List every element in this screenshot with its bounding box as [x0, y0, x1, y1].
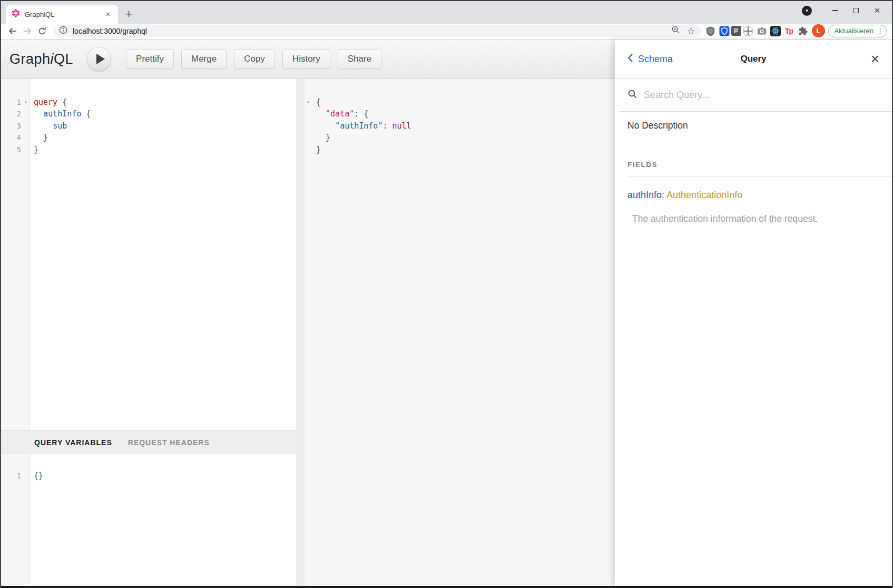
- code-line: ▾{: [305, 96, 615, 108]
- doc-search-row: [619, 79, 892, 112]
- code-line[interactable]: 3 sub: [1, 120, 296, 132]
- doc-back-link[interactable]: Schema: [627, 53, 673, 65]
- code-text: }: [312, 132, 330, 143]
- play-icon: [96, 54, 105, 64]
- adblock-shield-icon[interactable]: [704, 25, 718, 37]
- code-text: query {: [31, 96, 67, 108]
- tab-title: GraphiQL: [20, 11, 103, 18]
- query-editor[interactable]: 1▾query {2 authInfo {3 sub4 }5}: [1, 79, 296, 430]
- doc-back-label: Schema: [638, 54, 673, 65]
- page-info-icon[interactable]: [59, 26, 67, 36]
- variables-code[interactable]: 1{}: [1, 454, 296, 482]
- window-controls: ▾ ×: [802, 5, 888, 16]
- code-line: }: [305, 132, 615, 143]
- back-button[interactable]: [5, 25, 20, 37]
- toolbar-buttons: Prettify Merge Copy History Share: [126, 50, 381, 69]
- fold-gutter: [21, 120, 31, 132]
- close-window-button[interactable]: ×: [867, 5, 888, 16]
- query-code[interactable]: 1▾query {2 authInfo {3 sub4 }5}: [1, 79, 296, 155]
- omnibox[interactable]: localhost:3000/graphql ☆: [54, 25, 701, 37]
- fold-gutter: [305, 108, 312, 120]
- browser-tab[interactable]: GraphiQL ×: [6, 5, 118, 24]
- tampermonkey-icon[interactable]: Tp: [782, 25, 796, 37]
- minimize-icon: [832, 10, 838, 11]
- tab-search-button[interactable]: ▾: [802, 6, 812, 16]
- code-line[interactable]: 1▾query {: [1, 96, 296, 108]
- tab-close-icon[interactable]: ×: [103, 9, 113, 19]
- url-text[interactable]: localhost:3000/graphql: [73, 27, 147, 35]
- variables-editor[interactable]: 1{}: [1, 454, 296, 586]
- update-label: Aktualisieren: [835, 27, 874, 35]
- address-bar: localhost:3000/graphql ☆ P: [1, 24, 892, 40]
- graphiql-app: GraphiQL Prettify Merge Copy History Sha…: [1, 40, 892, 586]
- code-text: }: [31, 132, 48, 143]
- code-line[interactable]: 2 authInfo {: [1, 108, 296, 120]
- code-text: {: [312, 96, 321, 108]
- field-description: The authentication information of the re…: [627, 213, 879, 224]
- fold-arrow-icon[interactable]: ▾: [305, 96, 312, 108]
- line-number: 2: [1, 108, 21, 120]
- minimize-button[interactable]: [825, 5, 846, 16]
- code-line[interactable]: 4 }: [1, 132, 296, 143]
- share-button[interactable]: Share: [338, 50, 381, 69]
- taskbar-edge: [1, 586, 892, 588]
- new-tab-button[interactable]: +: [125, 9, 132, 19]
- bookmark-star-icon[interactable]: ☆: [686, 26, 695, 36]
- code-text: }: [31, 144, 38, 155]
- graphiql-logo: GraphiQL: [9, 51, 73, 67]
- history-button[interactable]: History: [282, 50, 330, 69]
- browser-window: GraphiQL × + ▾ × localhost:3000/graphql: [0, 0, 893, 588]
- bitwarden-icon[interactable]: [718, 25, 731, 37]
- graphql-favicon-icon: [12, 9, 20, 19]
- line-number: 1: [1, 470, 21, 482]
- profile-avatar[interactable]: L: [812, 24, 825, 37]
- maximize-button[interactable]: [846, 5, 867, 16]
- field-name-link[interactable]: authInfo: [627, 190, 662, 200]
- fold-gutter: [305, 144, 312, 155]
- field-row: authInfo: AuthenticationInfo: [627, 190, 879, 201]
- zoom-page-icon[interactable]: [671, 25, 680, 36]
- tab-request-headers[interactable]: REQUEST HEADERS: [128, 438, 210, 447]
- graphiql-toolbar: GraphiQL Prettify Merge Copy History Sha…: [1, 40, 615, 79]
- doc-content: No Description FIELDS authInfo: Authenti…: [615, 112, 892, 224]
- code-text: {}: [31, 470, 43, 482]
- forward-button[interactable]: [20, 25, 35, 37]
- react-devtools-icon[interactable]: [769, 25, 782, 37]
- line-number: 3: [1, 120, 21, 132]
- line-number: 4: [1, 132, 21, 143]
- browser-update-button[interactable]: Aktualisieren ⋮: [828, 25, 887, 37]
- prettify-button[interactable]: Prettify: [126, 50, 174, 69]
- secondary-editor-tabs: QUERY VARIABLES REQUEST HEADERS: [1, 430, 296, 454]
- editor-panes: 1▾query {2 authInfo {3 sub4 }5} QUERY VA…: [1, 79, 615, 586]
- doc-search-input[interactable]: [644, 90, 892, 101]
- fold-gutter: [21, 470, 31, 482]
- fold-gutter: [21, 132, 31, 143]
- tab-strip: GraphiQL × + ▾ ×: [1, 1, 892, 24]
- field-colon: :: [662, 190, 666, 200]
- move-crosshair-icon[interactable]: [741, 25, 755, 37]
- fold-arrow-icon[interactable]: ▾: [21, 96, 31, 108]
- code-text: "data": {: [312, 108, 368, 120]
- camera-extension-icon[interactable]: [755, 25, 769, 37]
- pane-resizer[interactable]: [296, 79, 305, 586]
- p-extension-icon[interactable]: P: [731, 26, 741, 36]
- line-number: 5: [1, 144, 21, 155]
- fold-gutter: [305, 132, 312, 143]
- type-description: No Description: [627, 120, 879, 131]
- response-code: ▾{ "data": { "authInfo": null }}: [305, 79, 615, 155]
- reload-button[interactable]: [35, 25, 50, 37]
- code-line[interactable]: 5}: [1, 144, 296, 155]
- extensions-puzzle-icon[interactable]: [796, 25, 810, 37]
- fields-heading: FIELDS: [627, 161, 879, 169]
- response-pane: ▾{ "data": { "authInfo": null }}: [305, 79, 615, 586]
- browser-menu-dots-icon[interactable]: ⋮: [877, 27, 884, 35]
- merge-button[interactable]: Merge: [181, 50, 227, 69]
- doc-close-icon[interactable]: ×: [871, 52, 879, 66]
- field-type-link[interactable]: AuthenticationInfo: [666, 190, 742, 200]
- execute-query-button[interactable]: [87, 47, 111, 71]
- tab-query-variables[interactable]: QUERY VARIABLES: [34, 438, 112, 447]
- search-icon: [627, 89, 637, 101]
- code-line: }: [305, 144, 615, 155]
- code-line[interactable]: 1{}: [1, 470, 296, 482]
- copy-button[interactable]: Copy: [234, 50, 275, 69]
